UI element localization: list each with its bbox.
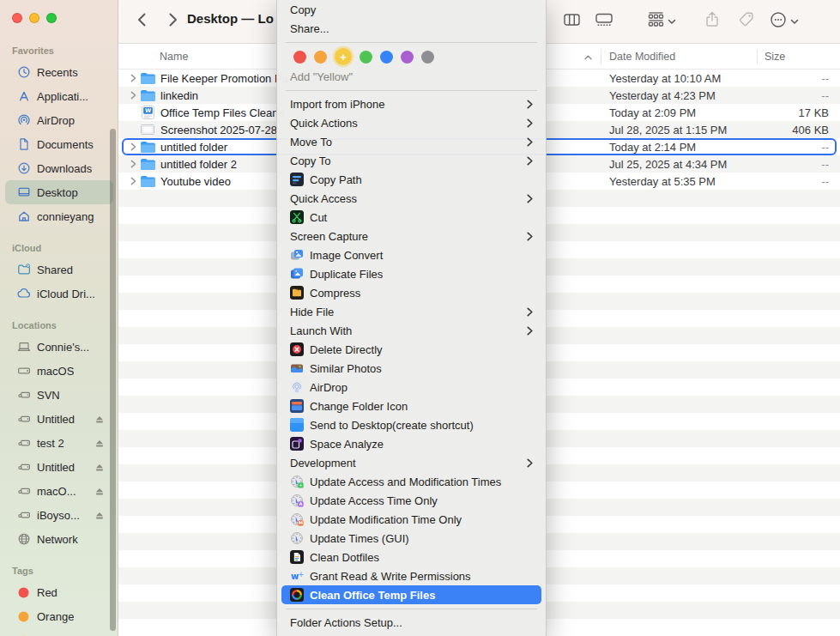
- column-header-date[interactable]: Date Modified: [609, 44, 675, 70]
- menu-item-folder-actions-setup[interactable]: Folder Actions Setup...: [281, 613, 541, 632]
- menu-item-update-times-gui[interactable]: Update Times (GUI): [281, 529, 541, 548]
- menu-item-space-analyze[interactable]: Space Analyze: [281, 434, 541, 453]
- back-button[interactable]: [130, 9, 153, 32]
- tag-dot-gray[interactable]: [421, 51, 434, 64]
- menu-item-quick-actions[interactable]: Quick Actions: [281, 113, 541, 132]
- sidebar-item-label: Untitled: [37, 413, 75, 426]
- disclosure-chevron-icon[interactable]: [130, 91, 137, 100]
- submenu-chevron-icon: [527, 100, 533, 109]
- eject-icon[interactable]: [94, 511, 105, 520]
- menu-item-update-access-time-only[interactable]: AUpdate Access Time Only: [281, 491, 541, 510]
- sidebar-item-connie-s[interactable]: Connie's...: [5, 335, 113, 359]
- sidebar-item-downloads[interactable]: Downloads: [5, 156, 113, 180]
- file-size: --: [755, 89, 840, 102]
- sidebar-item-airdrop[interactable]: AirDrop: [5, 108, 113, 132]
- forward-button[interactable]: [162, 9, 184, 32]
- menu-item-add-yellow[interactable]: Add "Yellow": [281, 67, 541, 86]
- sidebar-item-orange[interactable]: Orange: [5, 604, 113, 628]
- share-icon: [704, 11, 720, 30]
- menu-item-change-folder-icon[interactable]: Change Folder Icon: [281, 397, 541, 415]
- sidebar-item-untitled[interactable]: Untitled: [5, 455, 113, 479]
- sidebar-scrollbar[interactable]: [110, 129, 116, 631]
- disclosure-chevron-icon[interactable]: [130, 74, 137, 82]
- column-separator[interactable]: [601, 49, 601, 64]
- tag-dot-purple[interactable]: [401, 51, 414, 64]
- sidebar-item-label: Network: [37, 533, 78, 546]
- menu-item-clean-office-temp-files[interactable]: Clean Office Temp Files: [281, 585, 541, 604]
- share-button[interactable]: [698, 8, 727, 33]
- column-header-name[interactable]: Name: [160, 44, 188, 70]
- menu-item-label: Update Access and Modification Times: [310, 475, 501, 488]
- sidebar-item-yellow[interactable]: Yellow: [5, 628, 113, 636]
- column-header-size[interactable]: Size: [764, 44, 785, 70]
- sidebar-item-macos[interactable]: macOS: [5, 359, 113, 383]
- disclosure-chevron-icon[interactable]: [130, 160, 137, 168]
- menu-item-development[interactable]: Development: [281, 453, 541, 472]
- menu-item-copy-path[interactable]: Copy Path: [281, 170, 541, 189]
- sidebar-item-untitled[interactable]: Untitled: [5, 407, 113, 431]
- close-button[interactable]: [12, 13, 22, 23]
- menu-item-screen-capture[interactable]: Screen Capture: [281, 227, 541, 245]
- sidebar-item-documents[interactable]: Documents: [5, 132, 113, 156]
- tag-dot-green[interactable]: [360, 51, 372, 64]
- tag-button[interactable]: [731, 8, 760, 33]
- sidebar-item-recents[interactable]: Recents: [5, 60, 113, 84]
- menu-item-move-to[interactable]: Move To: [281, 132, 541, 151]
- sidebar-item-icloud-dri[interactable]: iCloud Dri...: [5, 282, 113, 306]
- menu-item-airdrop[interactable]: AirDrop: [281, 378, 541, 397]
- internal-drive-icon: [16, 364, 31, 379]
- menu-item-image-convert[interactable]: Image Convert: [281, 245, 541, 264]
- sidebar-item-label: Shared: [37, 263, 73, 276]
- context-menu: CopyShare...+Add "Yellow"Import from iPh…: [276, 0, 547, 636]
- menu-item-copy-to[interactable]: Copy To: [281, 151, 541, 170]
- sidebar-section-title: Locations: [0, 316, 118, 335]
- file-size: 17 KB: [755, 106, 840, 119]
- menu-item-clean-dotfiles[interactable]: Clean Dotfiles: [281, 548, 541, 566]
- group-by-button[interactable]: [639, 8, 684, 33]
- columns-view-button[interactable]: [558, 8, 585, 33]
- menu-item-grant-read-write-permissions[interactable]: w+Grant Read & Write Permissions: [281, 566, 541, 585]
- menu-item-send-to-desktop-create-shortcut[interactable]: Send to Desktop(create shortcut): [281, 415, 541, 434]
- menu-item-launch-with[interactable]: Launch With: [281, 321, 541, 340]
- sidebar-item-shared[interactable]: Shared: [5, 257, 113, 282]
- menu-item-similar-photos[interactable]: Similar Photos: [281, 359, 541, 378]
- disclosure-chevron-icon[interactable]: [130, 177, 137, 185]
- gallery-view-button[interactable]: [589, 8, 619, 33]
- sidebar-item-red[interactable]: Red: [5, 580, 113, 604]
- menu-item-compress[interactable]: Compress: [281, 283, 541, 302]
- column-separator[interactable]: [757, 49, 758, 64]
- sidebar-item-maco[interactable]: macO...: [5, 479, 113, 503]
- eject-icon[interactable]: [94, 415, 105, 424]
- sidebar-item-network[interactable]: Network: [5, 527, 113, 551]
- zoom-button[interactable]: [46, 13, 57, 23]
- menu-item-share[interactable]: Share...: [281, 19, 541, 38]
- menu-item-cut[interactable]: Cut: [281, 208, 541, 227]
- external-drive-icon: [16, 388, 31, 403]
- tag-dot-blue[interactable]: [380, 51, 393, 64]
- file-date: Jul 25, 2025 at 4:34 PM: [601, 158, 755, 171]
- menu-item-import-from-iphone[interactable]: Import from iPhone: [281, 94, 541, 113]
- menu-item-quick-access[interactable]: Quick Access: [281, 189, 541, 208]
- menu-item-update-modification-time-only[interactable]: MUpdate Modification Time Only: [281, 510, 541, 529]
- sidebar-item-desktop[interactable]: Desktop: [5, 180, 113, 204]
- sidebar-item-svn[interactable]: SVN: [5, 383, 113, 407]
- eject-icon[interactable]: [94, 487, 105, 496]
- menu-item-update-access-and-modification-times[interactable]: +Update Access and Modification Times: [281, 472, 541, 491]
- menu-item-delete-directly[interactable]: Delete Directly: [281, 340, 541, 359]
- eject-icon[interactable]: [94, 439, 105, 448]
- menu-item-hide-file[interactable]: Hide File: [281, 302, 541, 321]
- sidebar-item-iboyso[interactable]: iBoyso...: [5, 503, 113, 527]
- more-actions-button[interactable]: [764, 8, 804, 33]
- sidebar-item-applicati[interactable]: Applicati...: [5, 84, 113, 108]
- eject-icon[interactable]: [94, 463, 105, 472]
- disclosure-chevron-icon[interactable]: [130, 142, 137, 151]
- minimize-button[interactable]: [29, 13, 39, 23]
- tag-dot-yellow[interactable]: +: [335, 48, 352, 65]
- sidebar-item-test-2[interactable]: test 2: [5, 431, 113, 455]
- sidebar-item-connieyang[interactable]: connieyang: [5, 204, 113, 228]
- menu-item-duplicate-files[interactable]: Duplicate Files: [281, 264, 541, 283]
- tag-dot-red[interactable]: [293, 51, 306, 64]
- menu-item-copy[interactable]: Copy: [281, 0, 541, 19]
- plus-icon: +: [340, 51, 347, 64]
- tag-dot-orange[interactable]: [314, 51, 327, 64]
